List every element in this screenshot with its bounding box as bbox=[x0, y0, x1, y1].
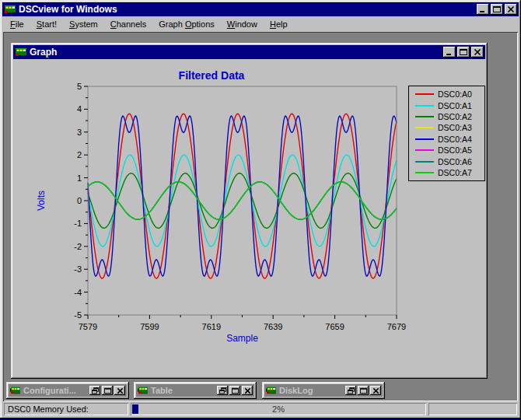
legend-swatch-dsc0-a2 bbox=[415, 116, 434, 117]
table-maximize-button[interactable] bbox=[229, 386, 240, 395]
legend-label-dsc0-a1: DSC0:A1 bbox=[438, 101, 472, 110]
status-bar: DSC0 Memory Used: 2% bbox=[2, 401, 519, 417]
y-tick-label: 0 bbox=[77, 196, 82, 205]
chart-legend: DSC0:A0 DSC0:A1 DSC0:A2 DSC0:A3 DSC0:A4 … bbox=[408, 86, 485, 181]
minimized-titlebar-disklog[interactable]: DiskLog bbox=[264, 384, 383, 397]
table-restore-button[interactable] bbox=[217, 386, 228, 395]
legend-item-dsc0-a7: DSC0:A7 bbox=[409, 167, 484, 178]
legend-swatch-dsc0-a5 bbox=[415, 149, 434, 151]
menu-item-help[interactable]: Help bbox=[264, 18, 294, 30]
app-minimize-button[interactable] bbox=[477, 4, 489, 15]
legend-swatch-dsc0-a6 bbox=[415, 161, 434, 163]
legend-item-dsc0-a5: DSC0:A5 bbox=[409, 145, 484, 156]
app-titlebar[interactable]: DSCview for Windows bbox=[2, 2, 519, 16]
pcb-card-icon bbox=[266, 386, 277, 395]
legend-swatch-dsc0-a7 bbox=[415, 172, 434, 173]
legend-item-dsc0-a4: DSC0:A4 bbox=[409, 134, 484, 145]
app-title: DSCview for Windows bbox=[19, 4, 474, 15]
legend-label-dsc0-a3: DSC0:A3 bbox=[438, 123, 472, 132]
pcb-card-icon bbox=[4, 4, 16, 15]
y-tick-label: -2 bbox=[74, 242, 82, 251]
y-tick-label: -3 bbox=[74, 264, 82, 274]
legend-item-dsc0-a2: DSC0:A2 bbox=[409, 111, 484, 122]
pcb-card-icon bbox=[10, 386, 21, 395]
pcb-card-icon bbox=[138, 386, 149, 395]
minimized-window-disklog[interactable]: DiskLog bbox=[262, 382, 385, 399]
status-empty-panel bbox=[428, 403, 517, 415]
table-close-button[interactable] bbox=[242, 386, 253, 395]
menu-item-file[interactable]: File bbox=[4, 18, 30, 30]
graph-window-title: Graph bbox=[30, 47, 441, 58]
x-tick-label: 7659 bbox=[325, 322, 344, 331]
minimized-title-disklog: DiskLog bbox=[279, 386, 343, 395]
legend-item-dsc0-a6: DSC0:A6 bbox=[409, 156, 484, 166]
chart-title: Filtered Data bbox=[179, 69, 245, 82]
memory-progressbar: 2% bbox=[131, 403, 426, 415]
graph-titlebar[interactable]: Graph bbox=[13, 45, 485, 59]
menu-item-start[interactable]: Start! bbox=[30, 18, 63, 30]
configurati-close-button[interactable] bbox=[114, 386, 125, 395]
x-axis-label: Sample bbox=[226, 333, 258, 344]
graph-window-icon bbox=[15, 47, 27, 58]
legend-label-dsc0-a2: DSC0:A2 bbox=[438, 112, 472, 121]
legend-swatch-dsc0-a0 bbox=[415, 93, 434, 95]
x-tick-label: 7619 bbox=[202, 322, 221, 331]
minimized-title-table: Table bbox=[151, 386, 215, 395]
app-maximize-button[interactable] bbox=[491, 4, 503, 15]
minimized-titlebar-configurati[interactable]: Configurati... bbox=[9, 384, 127, 397]
graph-client-area: 757975997619763976597679-5-4-3-2-1012345… bbox=[13, 59, 485, 376]
minimized-window-configurati[interactable]: Configurati... bbox=[6, 382, 129, 399]
legend-item-dsc0-a1: DSC0:A1 bbox=[409, 100, 484, 110]
x-tick-label: 7599 bbox=[140, 322, 159, 331]
menu-item-graph-options[interactable]: Graph Options bbox=[152, 18, 221, 30]
legend-swatch-dsc0-a1 bbox=[415, 105, 434, 107]
y-axis-label: Volts bbox=[36, 191, 47, 211]
app-window-controls bbox=[477, 4, 517, 15]
graph-window-controls bbox=[443, 47, 484, 58]
minimized-window-table[interactable]: Table bbox=[134, 382, 257, 399]
legend-swatch-dsc0-a3 bbox=[415, 127, 434, 128]
disklog-close-button[interactable] bbox=[370, 386, 381, 395]
menu-bar: FileStart!SystemChannelsGraph OptionsWin… bbox=[2, 16, 519, 32]
minimized-title-configurati: Configurati... bbox=[23, 386, 87, 395]
graph-window-minimize-button[interactable] bbox=[443, 47, 456, 58]
legend-label-dsc0-a6: DSC0:A6 bbox=[438, 157, 472, 166]
x-tick-label: 7639 bbox=[264, 322, 282, 331]
memory-label-panel: DSC0 Memory Used: bbox=[4, 403, 128, 415]
legend-label-dsc0-a0: DSC0:A0 bbox=[438, 89, 472, 99]
y-tick-label: -5 bbox=[74, 310, 82, 320]
graph-window-maximize-button[interactable] bbox=[457, 47, 470, 58]
y-tick-label: 4 bbox=[77, 104, 82, 114]
graph-window-close-button[interactable] bbox=[471, 47, 484, 58]
menu-item-channels[interactable]: Channels bbox=[104, 18, 153, 30]
configurati-restore-button[interactable] bbox=[89, 386, 100, 395]
pcb-card-icon bbox=[15, 47, 27, 58]
y-tick-label: 1 bbox=[77, 173, 82, 183]
legend-label-dsc0-a5: DSC0:A5 bbox=[438, 145, 472, 155]
app-icon bbox=[4, 4, 16, 15]
progress-percent-text: 2% bbox=[272, 404, 285, 414]
y-tick-label: -4 bbox=[74, 288, 82, 297]
configurati-maximize-button[interactable] bbox=[102, 386, 113, 395]
app-window: DSCview for Windows FileStart!SystemChan… bbox=[0, 0, 521, 420]
legend-item-dsc0-a3: DSC0:A3 bbox=[409, 122, 484, 133]
mdi-workspace: Graph 757975997619763976597679-5-4-3-2-1… bbox=[3, 32, 518, 401]
y-tick-label: 2 bbox=[77, 150, 82, 159]
legend-swatch-dsc0-a4 bbox=[415, 138, 434, 140]
menu-item-system[interactable]: System bbox=[63, 18, 104, 30]
graph-window: Graph 757975997619763976597679-5-4-3-2-1… bbox=[11, 43, 488, 379]
disklog-maximize-button[interactable] bbox=[358, 386, 369, 395]
menu-item-window[interactable]: Window bbox=[221, 18, 264, 30]
x-tick-label: 7579 bbox=[79, 322, 97, 331]
y-tick-label: 3 bbox=[77, 128, 82, 137]
legend-item-dsc0-a0: DSC0:A0 bbox=[409, 89, 484, 100]
minimized-titlebar-table[interactable]: Table bbox=[136, 384, 254, 397]
y-tick-label: -1 bbox=[74, 219, 82, 228]
progress-fill bbox=[132, 404, 138, 414]
app-close-button[interactable] bbox=[505, 4, 517, 15]
y-tick-label: 5 bbox=[77, 82, 82, 91]
legend-label-dsc0-a4: DSC0:A4 bbox=[438, 135, 472, 144]
disklog-restore-button[interactable] bbox=[345, 386, 356, 395]
legend-label-dsc0-a7: DSC0:A7 bbox=[438, 168, 472, 177]
memory-label: DSC0 Memory Used: bbox=[8, 404, 89, 414]
